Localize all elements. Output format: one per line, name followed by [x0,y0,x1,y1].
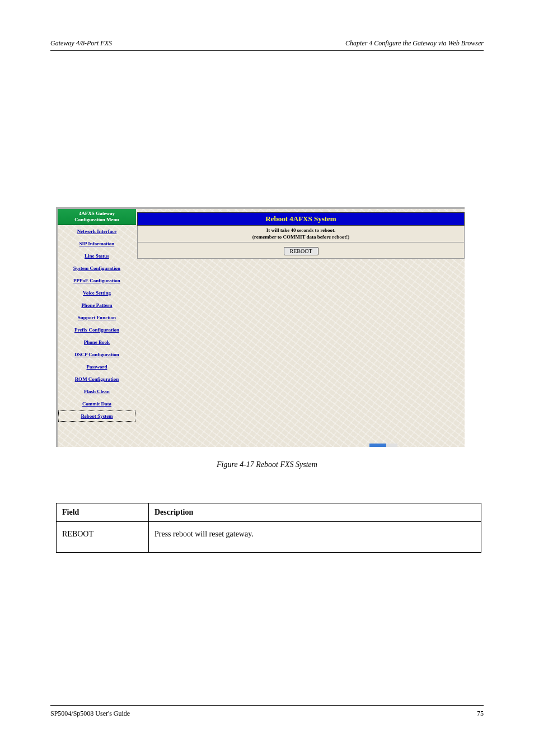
td-field: REBOOT [57,522,149,553]
th-description: Description [149,503,481,522]
sidebar-item-pppoe-config[interactable]: PPPoE Configuration [58,274,136,287]
sidebar-item-phone-pattern[interactable]: Phone Pattern [58,299,136,311]
sidebar-item-reboot-system[interactable]: Reboot System [58,410,136,422]
sidebar-item-commit-data[interactable]: Commit Data [58,398,136,410]
sidebar-title-line1: 4AFXS Gateway [79,211,115,216]
footer-left: SP5004/Sp5008 User's Guide [50,710,130,718]
header-right: Chapter 4 Configure the Gateway via Web … [345,39,484,48]
footer-rule [50,705,484,706]
sidebar: 4AFXS Gateway Configuration Menu Network… [58,209,136,447]
reboot-notice: It will take 40 seconds to reboot. (reme… [137,226,465,242]
th-field: Field [57,503,149,522]
sidebar-item-password[interactable]: Password [58,361,136,373]
footer-right: 75 [477,710,484,718]
sidebar-item-support-function[interactable]: Support Function [58,311,136,324]
td-description: Press reboot will reset gateway. [149,522,481,553]
status-bar-progress [369,444,397,447]
sidebar-item-prefix-config[interactable]: Prefix Configuration [58,324,136,336]
sidebar-item-line-status[interactable]: Line Status [58,250,136,262]
main-panel: Reboot 4AFXS System It will take 40 seco… [136,209,465,447]
sidebar-item-sip-information[interactable]: SIP Information [58,237,136,250]
header-left: Gateway 4/8-Port FXS [50,39,112,48]
main-title: Reboot 4AFXS System [137,212,465,226]
notice-line-1: It will take 40 seconds to reboot. [266,227,336,233]
sidebar-item-flash-clean[interactable]: Flash Clean [58,385,136,398]
sidebar-item-dscp-config[interactable]: DSCP Configuration [58,348,136,361]
table-header-row: Field Description [57,503,481,522]
sidebar-item-rom-config[interactable]: ROM Configuration [58,373,136,385]
page: Gateway 4/8-Port FXS Chapter 4 Configure… [0,0,534,756]
sidebar-item-phone-book[interactable]: Phone Book [58,336,136,348]
sidebar-item-voice-setting[interactable]: Voice Setting [58,287,136,299]
figure-caption: Figure 4-17 Reboot FXS System [0,460,534,469]
screenshot-container: 4AFXS Gateway Configuration Menu Network… [56,207,465,447]
description-table: Field Description REBOOT Press reboot wi… [56,503,481,553]
reboot-button[interactable]: REBOOT [284,247,318,255]
header-rule [50,50,484,51]
reboot-button-row: REBOOT [137,242,465,259]
table-row: REBOOT Press reboot will reset gateway. [57,522,481,553]
sidebar-item-network-interface[interactable]: Network Interface [58,225,136,237]
sidebar-title: 4AFXS Gateway Configuration Menu [58,209,136,225]
sidebar-title-line2: Configuration Menu [74,217,119,222]
notice-line-2: (remember to COMMIT data before reboot!) [252,234,349,240]
sidebar-item-system-config[interactable]: System Configuration [58,262,136,274]
